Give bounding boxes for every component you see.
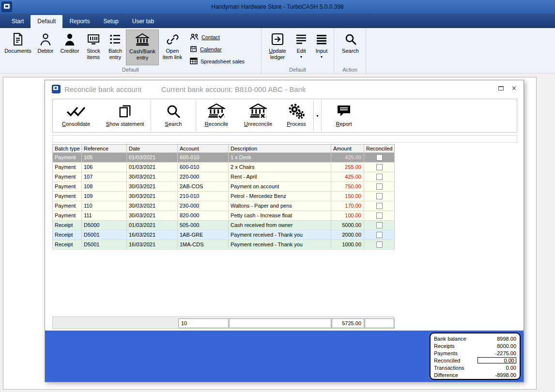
input-lines-icon xyxy=(316,31,327,47)
open-item-link-button[interactable]: Open item link xyxy=(159,30,186,65)
cell-amount: 170.00 xyxy=(331,201,364,211)
cell-date: 01/03/2021 xyxy=(127,153,178,162)
search-icon xyxy=(166,102,181,121)
table-row[interactable]: Payment 105 01/03/2021 600-010 1 x Desk … xyxy=(52,153,395,163)
dialog-title: Reconcile bank account xyxy=(64,85,141,93)
stock-items-button[interactable]: Stock items xyxy=(82,30,105,65)
debtor-button[interactable]: Debtor xyxy=(34,30,57,65)
table-row[interactable]: Payment 107 30/03/2021 220-000 Rent - Ap… xyxy=(52,172,395,182)
table-row[interactable]: Payment 108 30/03/2021 2AB-COS Payment o… xyxy=(52,182,395,192)
table-row[interactable]: Payment 110 30/03/2021 230-000 Waltons -… xyxy=(52,201,395,211)
header-description[interactable]: Description xyxy=(229,145,331,152)
debtor-label: Debtor xyxy=(37,48,53,54)
summary-row: Receipts 8000.00 xyxy=(434,342,516,349)
header-amount[interactable]: Amount xyxy=(331,145,364,152)
restore-icon[interactable] xyxy=(498,86,504,90)
ribbon-search-button[interactable]: Search xyxy=(336,30,365,65)
cash-bank-entry-button[interactable]: Cash/Bank entry xyxy=(126,30,159,65)
edit-lines-icon xyxy=(295,31,307,47)
cell-account: 220-000 xyxy=(178,172,229,181)
dialog-search-button[interactable]: Search xyxy=(151,99,196,132)
cell-amount: 5000.00 xyxy=(331,221,364,230)
batch-entry-label: Batch entry xyxy=(108,48,122,60)
summary-label: Bank balance xyxy=(434,336,466,342)
footer-total-field[interactable] xyxy=(332,318,364,328)
cell-reference: 106 xyxy=(82,163,127,172)
reconciled-checkbox[interactable] xyxy=(376,183,383,190)
table-row[interactable]: Payment 111 30/03/2021 820-000 Petty cas… xyxy=(52,211,395,221)
reconciled-checkbox[interactable] xyxy=(376,212,383,219)
spreadsheet-sales-link[interactable]: Spreadsheet sales xyxy=(190,58,245,65)
unreconcile-button[interactable]: Unreconcile xyxy=(237,99,279,132)
reconciled-checkbox[interactable] xyxy=(376,174,383,180)
tab-default[interactable]: Default xyxy=(31,15,62,28)
report-button[interactable]: Report xyxy=(322,99,366,132)
cell-date: 01/03/2021 xyxy=(127,163,178,172)
reconciled-checkbox[interactable] xyxy=(376,203,383,209)
reconciled-checkbox[interactable] xyxy=(376,154,383,161)
ribbon-group-default-1: Documents Debtor Creditor xyxy=(0,28,262,73)
footer-reconciled-field[interactable] xyxy=(365,318,394,328)
window-title: Handyman Hardware Store - TurboCASH 5.0.… xyxy=(211,3,343,10)
spreadsheet-sales-label: Spreadsheet sales xyxy=(200,59,245,64)
open-item-link-label: Open item link xyxy=(163,48,182,60)
table-row[interactable]: Receipt D5001 16/03/2021 1AB-GRE Payment… xyxy=(52,230,395,240)
header-date[interactable]: Date xyxy=(127,145,178,152)
person-outline-icon xyxy=(40,31,51,47)
process-dropdown-button[interactable]: ▼ xyxy=(313,101,321,130)
documents-label: Documents xyxy=(4,48,31,54)
ribbon-group2-caption: Default xyxy=(262,67,334,73)
batch-list-icon xyxy=(109,31,121,47)
tab-reports[interactable]: Reports xyxy=(62,15,96,28)
cell-reconciled xyxy=(364,240,394,249)
reconciled-checkbox[interactable] xyxy=(376,164,383,170)
documents-button[interactable]: Documents xyxy=(2,30,34,65)
reconciled-checkbox[interactable] xyxy=(376,222,383,228)
cell-description: Payment received - Thank you xyxy=(229,230,331,240)
ribbon-group-action: Search Action xyxy=(334,28,366,73)
process-button[interactable]: Process xyxy=(279,99,313,132)
cell-reference: D5001 xyxy=(82,230,127,240)
cell-amount: 2000.00 xyxy=(331,230,364,240)
table-row[interactable]: Payment 106 01/03/2021 600-010 2 x Chair… xyxy=(52,163,395,172)
ribbon-group1-caption: Default xyxy=(0,67,261,73)
cell-date: 30/03/2021 xyxy=(127,182,178,191)
header-reference[interactable]: Reference xyxy=(82,145,127,152)
header-account[interactable]: Account xyxy=(178,145,229,152)
ribbon-tabstrip: Start Default Reports Setup User tab xyxy=(0,14,555,28)
reconcile-button[interactable]: Reconcile xyxy=(196,99,237,132)
cell-description: Rent - April xyxy=(229,172,331,181)
tab-user-tab[interactable]: User tab xyxy=(125,15,161,28)
show-statement-button[interactable]: Show statement xyxy=(99,99,151,132)
input-button[interactable]: Input ▼ xyxy=(311,30,332,65)
reconciled-checkbox[interactable] xyxy=(376,232,383,238)
cell-batch-type: Payment xyxy=(53,192,82,201)
header-reconciled[interactable]: Reconciled xyxy=(364,145,394,152)
cell-reconciled xyxy=(364,211,394,220)
calendar-link[interactable]: Calendar xyxy=(190,45,245,54)
cell-description: Payment received - Thank you xyxy=(229,240,331,249)
reconciled-checkbox[interactable] xyxy=(376,193,383,199)
workspace: Reconcile bank account Current bank acco… xyxy=(0,74,555,392)
close-icon[interactable]: ✕ xyxy=(511,85,517,91)
cell-batch-type: Payment xyxy=(53,201,82,211)
cell-reconciled xyxy=(364,221,394,230)
consolidate-button[interactable]: Consolidate xyxy=(53,99,99,132)
stock-items-label: Stock items xyxy=(87,48,100,60)
reconciled-checkbox[interactable] xyxy=(376,241,383,248)
header-batch-type[interactable]: Batch type xyxy=(53,145,82,152)
batch-entry-button[interactable]: Batch entry xyxy=(105,30,126,65)
footer-count-field[interactable] xyxy=(178,318,229,328)
tab-setup[interactable]: Setup xyxy=(96,15,125,28)
contact-link[interactable]: Contact xyxy=(190,33,245,41)
table-row[interactable]: Payment 109 30/03/2021 210-010 Petrol - … xyxy=(52,192,395,201)
edit-button[interactable]: Edit ▼ xyxy=(292,30,311,65)
update-ledger-button[interactable]: Update ledger xyxy=(263,30,292,65)
table-row[interactable]: Receipt D5001 16/03/2021 1MA-CDS Payment… xyxy=(52,240,395,250)
chevron-down-icon: ▼ xyxy=(316,114,319,118)
tab-start[interactable]: Start xyxy=(5,15,31,28)
creditor-button[interactable]: Creditor xyxy=(57,30,82,65)
footer-description-field[interactable] xyxy=(229,318,331,328)
table-row[interactable]: Receipt D5000 01/03/2021 505-000 Cash re… xyxy=(52,221,395,230)
dialog-subtitle: Current bank account: B810-000 ABC - Ban… xyxy=(161,85,306,93)
